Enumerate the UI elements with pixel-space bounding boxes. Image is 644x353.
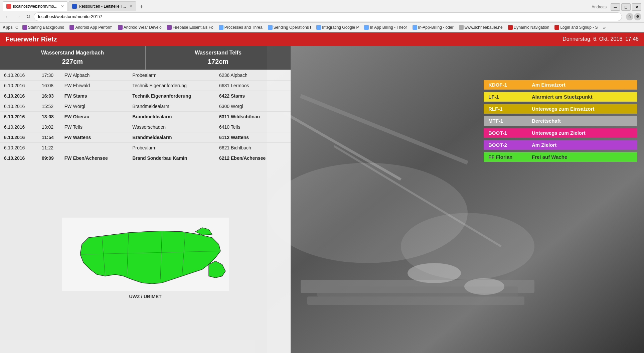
table-row: 6.10.2016 09:09 FW Eben/Achensee Brand S… [0,153,291,163]
map-area: UWZ / UBIMET [0,163,291,353]
bookmark-integrating[interactable]: Integrating Google P [315,24,360,30]
event-time: 15:52 [38,101,60,112]
event-time: 11:22 [38,143,60,153]
water-title-telfs: Wasserstand Telfs [152,50,284,56]
bookmark-icon[interactable]: ☆ [626,13,633,20]
main-area: Wasserstand Magerbach 227cm Wasserstand … [0,46,644,353]
tab-title-1: localhost/webstorm/mo... [13,4,57,9]
bookmark-dynamic-nav[interactable]: Dynamic Navigation [507,24,551,30]
minimize-button[interactable]: ─ [611,3,620,11]
bookmark-inapp-billing-label: In App Billing - Theor [370,25,407,30]
bookmarks-apps-label[interactable]: Apps [3,25,13,30]
bookmark-processes-icon [219,25,223,30]
status-spacer [484,114,637,115]
settings-icon[interactable]: ⚙ [634,13,641,20]
bookmark-c[interactable]: C [15,25,18,30]
event-unit: FW Eben/Achensee [60,153,128,163]
event-date: 6.10.2016 [0,91,38,101]
event-date: 6.10.2016 [0,81,38,91]
status-desc-cell: Unterwegs zum Zielort [527,128,637,138]
bookmark-starting-label: Starting Background [28,25,64,30]
table-row: 6.10.2016 17:30 FW Alpbach Probealarm 62… [0,70,291,81]
back-button[interactable]: ← [3,12,12,21]
water-value-telfs: 172cm [152,58,284,66]
event-alarm: Probealarm [128,70,215,81]
status-unit-cell: BOOT-1 [484,128,527,138]
maximize-button[interactable]: □ [621,3,631,11]
tab-favicon-2 [72,4,77,9]
address-bar[interactable] [34,12,622,21]
nav-bar: ← → ↻ ☆ ⚙ [0,11,644,23]
table-row: 6.10.2016 11:22 Probealarm 6621 Bichlbac… [0,143,291,153]
bookmark-inapp-oder-label: In-App-Billing - oder [418,25,454,30]
event-date: 6.10.2016 [0,70,38,81]
event-time: 13:08 [38,112,60,122]
event-location: 6311 Wildschönau [215,112,291,122]
new-tab-button[interactable]: + [137,4,146,11]
event-alarm: Brand Sonderbau Kamin [128,153,215,163]
bookmark-android-wear-label: Android Wear Develo [124,25,162,30]
event-date: 6.10.2016 [0,132,38,143]
reload-button[interactable]: ↻ [24,12,32,21]
bookmark-firebase-icon [167,25,172,30]
bookmark-sending[interactable]: Sending Operations t [267,24,313,30]
svg-point-11 [464,278,504,295]
tab-active[interactable]: localhost/webstorm/mo... ✕ [3,1,68,11]
bookmark-android-app-label: Android App Perform [75,25,112,30]
event-alarm: Wasserschaden [128,122,215,132]
event-alarm: Brandmeldealarm [128,101,215,112]
user-label: Andreas [592,5,607,9]
bookmark-schneebauer[interactable]: www.schneebauer.ne [458,24,504,30]
bookmark-inapp-billing-icon [364,25,369,30]
tab-inactive[interactable]: Ressourcen - Leitstelle T... ✕ [68,1,136,11]
bookmark-integrating-label: Integrating Google P [322,25,359,30]
status-table: KDOF-1 Am Einsatzort LF-1 Alarmiert am S… [484,79,637,164]
bookmark-inapp-oder-icon [413,25,417,30]
event-location: 6422 Stams [215,91,291,101]
bookmark-inapp-billing[interactable]: In App Billing - Theor [363,24,408,30]
status-desc-cell: Bereitschaft [527,116,637,126]
bookmark-android-app[interactable]: Android App Perform [68,24,114,30]
bookmark-integrating-icon [316,25,321,30]
event-alarm: Technik Eigenanforderung [128,91,215,101]
bookmark-starting[interactable]: Starting Background [21,24,66,30]
table-row: 6.10.2016 13:08 FW Oberau Brandmeldealar… [0,112,291,122]
status-row: BOOT-2 Am Zielort [484,140,637,150]
app-datetime: Donnerstag, 6. Okt. 2016, 17:46 [562,36,639,42]
tabs-row: localhost/webstorm/mo... ✕ Ressourcen - … [0,0,644,11]
water-title-magerbach: Wasserstand Magerbach [7,50,138,56]
bookmark-firebase[interactable]: Firebase Essentials Fo [166,24,215,30]
status-spacer [484,162,637,163]
status-unit-cell: FF Florian [484,152,527,162]
bookmark-android-wear[interactable]: Android Wear Develo [117,24,163,30]
water-panel-telfs: Wasserstand Telfs 172cm [146,46,291,70]
bookmark-login-signup[interactable]: Login and Signup - S [553,24,599,30]
water-value-magerbach: 227cm [7,58,138,66]
status-spacer [484,150,637,151]
event-alarm: Probealarm [128,143,215,153]
event-location: 6631 Lermoos [215,81,291,91]
bookmark-login-signup-icon [554,25,559,30]
tab-favicon-1 [6,4,11,9]
table-row: 6.10.2016 11:54 FW Wattens Brandmeldeala… [0,132,291,143]
event-date: 6.10.2016 [0,122,38,132]
tab-title-2: Ressourcen - Leitstelle T... [79,4,126,9]
event-time: 13:02 [38,122,60,132]
event-date: 6.10.2016 [0,153,38,163]
bookmarks-bar: Apps C Starting Background Android App P… [0,23,644,32]
bookmark-processes[interactable]: Processes and Threa [217,24,264,30]
event-alarm: Technik Eigenanforderung [128,81,215,91]
water-panel-magerbach: Wasserstand Magerbach 227cm [0,46,146,70]
status-desc-cell: Am Einsatzort [527,80,637,90]
status-unit-cell: KDOF-1 [484,80,527,90]
tab-close-2[interactable]: ✕ [129,4,133,9]
tab-close-1[interactable]: ✕ [61,4,64,9]
forward-button[interactable]: → [13,12,23,21]
close-button[interactable]: ✕ [632,3,641,11]
bookmark-inapp-oder[interactable]: In-App-Billing - oder [411,24,455,30]
bookmarks-more[interactable]: » [603,25,606,30]
bookmark-processes-label: Processes and Threa [224,25,263,30]
status-desc-cell: Unterwegs zum Einsatzort [527,104,637,114]
app-header: Feuerwehr Rietz Donnerstag, 6. Okt. 2016… [0,32,644,46]
event-unit: FW Wattens [60,132,128,143]
